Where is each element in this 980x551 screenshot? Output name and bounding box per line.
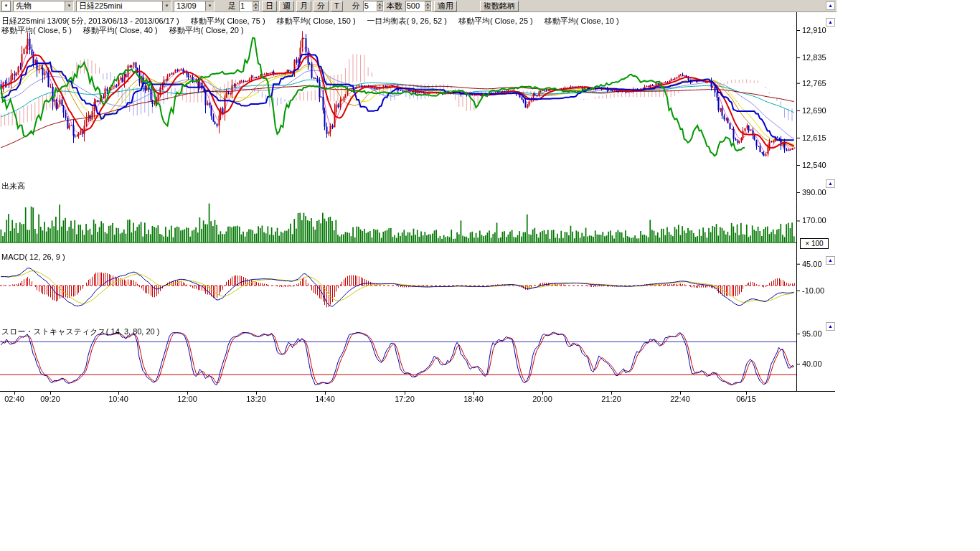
contract-month-value: 13/09 [176, 1, 197, 10]
volume-pane-title: 出来高 [1, 181, 25, 192]
macd-pane-scroll-button[interactable]: ▲ [826, 256, 835, 265]
legend-item: 移動平均( Close, 25 ) [458, 17, 533, 25]
period-month-button[interactable]: 月 [296, 1, 311, 11]
y-axis-label: 12,615 [802, 133, 826, 142]
x-axis-label: 10:40 [108, 395, 128, 403]
x-axis-label: 17:20 [395, 395, 415, 403]
x-axis-label: 18:40 [463, 395, 484, 403]
period-day-button[interactable]: 日 [262, 1, 277, 11]
x-axis-label: 02:40 [4, 395, 24, 403]
bar-count-stepper[interactable]: ▲ ▼ [239, 1, 260, 11]
stepper-arrows[interactable]: ▲ ▼ [425, 1, 431, 11]
bar-count-input[interactable] [240, 1, 253, 11]
symbol-select[interactable]: 日経225mini ▼ [76, 1, 171, 11]
period-week-button[interactable]: 週 [279, 1, 294, 11]
instrument-type-value: 先物 [16, 1, 32, 11]
x-axis-label: 12:00 [177, 395, 197, 403]
macd-pane-title: MACD( 12, 26, 9 ) [1, 253, 65, 261]
stoch-pane-title: スロー・ストキャスティクス( 14, 3, 80, 20 ) [1, 326, 159, 337]
x-axis-label: 22:40 [670, 395, 690, 403]
spin-down-icon[interactable]: ▼ [425, 6, 431, 11]
period-minute-button[interactable]: 分 [314, 1, 329, 11]
multi-symbol-button[interactable]: 複数銘柄 [480, 1, 519, 11]
x-axis-label: 14:40 [315, 395, 335, 403]
volume-pane-scroll-button[interactable]: ▲ [826, 179, 835, 188]
main-pane-scroll-button[interactable]: ▲ [826, 18, 835, 27]
x-axis-label: 13:20 [246, 395, 266, 403]
minute-input[interactable] [364, 1, 377, 11]
chart-canvas[interactable] [0, 12, 839, 403]
toolbar: ▼ 先物 ▼ 日経225mini ▼ 13/09 ▼ 足 ▲ ▼ 日 週 月 分… [0, 0, 837, 12]
y-axis-label: -10.00 [802, 286, 824, 295]
y-axis-label: 12,690 [802, 106, 826, 115]
period-tick-button[interactable]: T [331, 1, 343, 11]
legend-item: 移動平均( Close, 75 ) [191, 17, 265, 25]
chart-region: 日経225mini 13/09( 5分, 2013/06/13 - 2013/0… [0, 12, 861, 428]
bar-type-label: 足 [228, 1, 236, 11]
legend-item: 日経225mini 13/09( 5分, 2013/06/13 - 2013/0… [1, 17, 179, 25]
x-axis-label: 06/15 [736, 395, 756, 403]
stoch-pane-scroll-button[interactable]: ▲ [826, 322, 835, 331]
legend-item: 移動平均( Close, 10 ) [545, 17, 619, 25]
y-axis-label: 12,910 [802, 26, 826, 34]
main-chart-legend-line2: 移動平均( Close, 5 )移動平均( Close, 40 )移動平均( C… [1, 25, 255, 36]
chevron-down-icon: ▼ [162, 1, 171, 11]
y-axis-label: 390.00 [802, 188, 826, 197]
apply-button[interactable]: 適用 [434, 1, 457, 11]
legend-item: 移動平均( Close, 20 ) [169, 26, 244, 34]
x-axis-label: 21:20 [601, 395, 621, 403]
count-input[interactable] [406, 1, 425, 11]
spin-down-icon[interactable]: ▼ [253, 6, 259, 11]
chevron-down-icon: ▼ [205, 1, 214, 11]
symbol-value: 日経225mini [79, 1, 123, 11]
instrument-type-select[interactable]: 先物 ▼ [13, 1, 74, 11]
stepper-arrows[interactable]: ▲ ▼ [253, 1, 259, 11]
chevron-down-icon: ▼ [4, 4, 9, 8]
chevron-down-icon: ▼ [65, 1, 73, 11]
y-axis-label: 95.00 [802, 329, 822, 338]
count-stepper[interactable]: ▲ ▼ [405, 1, 432, 11]
y-axis-label: 170.00 [802, 216, 826, 225]
minute-label: 分 [352, 1, 360, 11]
x-axis-label: 20:00 [532, 395, 552, 403]
y-axis-label: 40.00 [802, 359, 822, 368]
collapse-combo[interactable]: ▼ [1, 1, 11, 11]
contract-month-select[interactable]: 13/09 ▼ [174, 1, 215, 11]
minute-stepper[interactable]: ▲ ▼ [363, 1, 384, 11]
legend-item: 一目均衡表( 9, 26, 52 ) [367, 17, 447, 25]
legend-item: 移動平均( Close, 5 ) [1, 26, 72, 34]
y-axis-label: 12,835 [802, 53, 826, 62]
count-label: 本数 [387, 1, 402, 11]
legend-item: 移動平均( Close, 150 ) [277, 17, 356, 25]
stepper-arrows[interactable]: ▲ ▼ [377, 1, 383, 11]
volume-multiplier-badge: × 100 [800, 238, 829, 249]
spin-down-icon[interactable]: ▼ [377, 6, 383, 11]
x-axis-label: 09:20 [40, 395, 60, 403]
y-axis-label: 45.00 [802, 260, 822, 268]
legend-item: 移動平均( Close, 40 ) [83, 26, 158, 34]
scroll-up-button[interactable]: ▲ [826, 1, 835, 10]
y-axis-label: 12,540 [802, 161, 826, 169]
y-axis-label: 12,765 [802, 79, 826, 88]
trading-chart-app: ▼ 先物 ▼ 日経225mini ▼ 13/09 ▼ 足 ▲ ▼ 日 週 月 分… [0, 0, 980, 551]
